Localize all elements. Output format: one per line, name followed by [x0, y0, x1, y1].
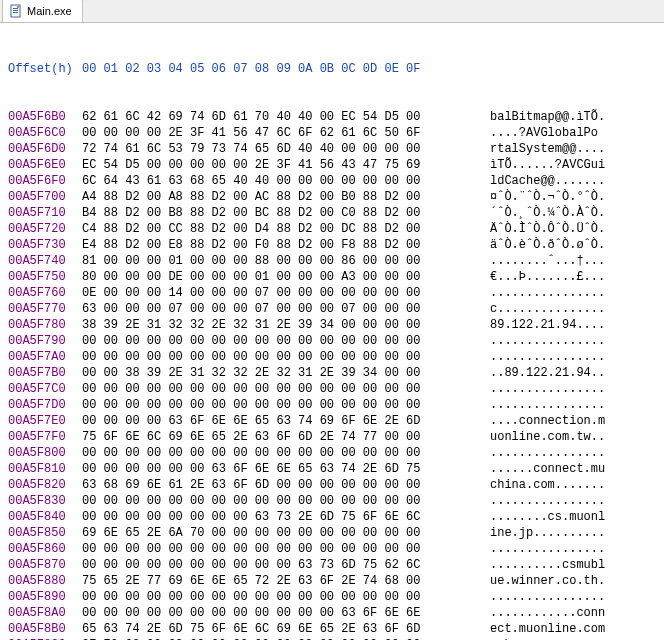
hex-row[interactable]: 00A5F7F075 6F 6E 6C 69 6E 65 2E 63 6F 6D… — [8, 429, 664, 445]
hex-row[interactable]: 00A5F6B062 61 6C 42 69 74 6D 61 70 40 40… — [8, 109, 664, 125]
offset-cell: 00A5F870 — [8, 557, 82, 573]
hex-row[interactable]: 00A5F82063 68 69 6E 61 2E 63 6F 6D 00 00… — [8, 477, 664, 493]
offset-cell: 00A5F810 — [8, 461, 82, 477]
hex-cell: 00 00 00 00 00 00 00 00 00 00 00 00 00 0… — [82, 333, 490, 349]
ascii-cell: ìTÕ......?AVCGui — [490, 157, 605, 173]
offset-cell: 00A5F720 — [8, 221, 82, 237]
hex-row[interactable]: 00A5F85069 6E 65 2E 6A 70 00 00 00 00 00… — [8, 525, 664, 541]
offset-cell: 00A5F7C0 — [8, 381, 82, 397]
hex-row[interactable]: 00A5F730E4 88 D2 00 E8 88 D2 00 F0 88 D2… — [8, 237, 664, 253]
hex-row[interactable]: 00A5F8B065 63 74 2E 6D 75 6F 6E 6C 69 6E… — [8, 621, 664, 637]
hex-cell: 75 65 2E 77 69 6E 6E 65 72 2E 63 6F 2E 7… — [82, 573, 490, 589]
offset-cell: 00A5F7E0 — [8, 413, 82, 429]
ascii-cell: ................ — [490, 541, 605, 557]
offset-cell: 00A5F6B0 — [8, 109, 82, 125]
hex-row[interactable]: 00A5F710B4 88 D2 00 B8 88 D2 00 BC 88 D2… — [8, 205, 664, 221]
hex-cell: 00 00 00 00 00 00 63 6F 6E 6E 65 63 74 2… — [82, 461, 490, 477]
hex-row[interactable]: 00A5F77063 00 00 00 07 00 00 00 07 00 00… — [8, 301, 664, 317]
ascii-cell: rtalSystem@@.... — [490, 141, 605, 157]
ascii-cell: china.com....... — [490, 477, 605, 493]
svg-rect-3 — [13, 12, 18, 13]
hex-cell: 00 00 00 00 00 00 00 00 00 00 00 00 63 6… — [82, 605, 490, 621]
hex-row[interactable]: 00A5F78038 39 2E 31 32 32 2E 32 31 2E 39… — [8, 317, 664, 333]
hex-row[interactable]: 00A5F83000 00 00 00 00 00 00 00 00 00 00… — [8, 493, 664, 509]
hex-row[interactable]: 00A5F6D072 74 61 6C 53 79 73 74 65 6D 40… — [8, 141, 664, 157]
offset-cell: 00A5F760 — [8, 285, 82, 301]
hex-cell: 75 6F 6E 6C 69 6E 65 2E 63 6F 6D 2E 74 7… — [82, 429, 490, 445]
hex-view[interactable]: Offset(h)00 01 02 03 04 05 06 07 08 09 0… — [0, 23, 664, 640]
offset-cell: 00A5F700 — [8, 189, 82, 205]
hex-row[interactable]: 00A5F7C000 00 00 00 00 00 00 00 00 00 00… — [8, 381, 664, 397]
hex-row[interactable]: 00A5F74081 00 00 00 01 00 00 00 88 00 00… — [8, 253, 664, 269]
hex-row[interactable]: 00A5F6F06C 64 43 61 63 68 65 40 40 00 00… — [8, 173, 664, 189]
hex-row[interactable]: 00A5F81000 00 00 00 00 00 63 6F 6E 6E 65… — [8, 461, 664, 477]
offset-cell: 00A5F800 — [8, 445, 82, 461]
hex-cell: 00 00 00 00 2E 3F 41 56 47 6C 6F 62 61 6… — [82, 125, 490, 141]
hex-row[interactable]: 00A5F89000 00 00 00 00 00 00 00 00 00 00… — [8, 589, 664, 605]
hex-cell: E4 88 D2 00 E8 88 D2 00 F0 88 D2 00 F8 8… — [82, 237, 490, 253]
hex-row[interactable]: 00A5F7A000 00 00 00 00 00 00 00 00 00 00… — [8, 349, 664, 365]
hex-cell: 00 00 00 00 00 00 00 00 00 00 00 00 00 0… — [82, 589, 490, 605]
offset-cell: 00A5F840 — [8, 509, 82, 525]
hex-row[interactable]: 00A5F84000 00 00 00 00 00 00 00 63 73 2E… — [8, 509, 664, 525]
ascii-cell: ................ — [490, 493, 605, 509]
ascii-cell: ......connect.mu — [490, 461, 605, 477]
hex-row[interactable]: 00A5F79000 00 00 00 00 00 00 00 00 00 00… — [8, 333, 664, 349]
ascii-cell: ................ — [490, 349, 605, 365]
hex-row[interactable]: 00A5F80000 00 00 00 00 00 00 00 00 00 00… — [8, 445, 664, 461]
offset-cell: 00A5F860 — [8, 541, 82, 557]
offset-cell: 00A5F770 — [8, 301, 82, 317]
ascii-cell: balBitmap@@.ìTÕ. — [490, 109, 605, 125]
hex-cell: 00 00 00 00 00 00 00 00 63 73 2E 6D 75 6… — [82, 509, 490, 525]
ascii-cell: ............conn — [490, 605, 605, 621]
offset-cell: 00A5F890 — [8, 589, 82, 605]
offset-cell: 00A5F790 — [8, 333, 82, 349]
ascii-cell: ¤ˆÒ.¨ˆÒ.¬ˆÒ.°ˆÒ. — [490, 189, 605, 205]
hex-cell: 00 00 00 00 63 6F 6E 6E 65 63 74 69 6F 6… — [82, 413, 490, 429]
hex-row[interactable]: 00A5F88075 65 2E 77 69 6E 6E 65 72 2E 63… — [8, 573, 664, 589]
hex-cell: 00 00 00 00 00 00 00 00 00 00 00 00 00 0… — [82, 381, 490, 397]
tab-main-exe[interactable]: Main.exe — [2, 0, 83, 22]
hex-cell: EC 54 D5 00 00 00 00 00 2E 3F 41 56 43 4… — [82, 157, 490, 173]
hex-row[interactable]: 00A5F8A000 00 00 00 00 00 00 00 00 00 00… — [8, 605, 664, 621]
hex-rows: 00A5F6B062 61 6C 42 69 74 6D 61 70 40 40… — [8, 109, 664, 640]
ascii-cell: ................ — [490, 285, 605, 301]
offset-cell: 00A5F7F0 — [8, 429, 82, 445]
ascii-cell: ....?AVGlobalPo — [490, 125, 598, 141]
offset-cell: 00A5F7D0 — [8, 397, 82, 413]
hex-row[interactable]: 00A5F6E0EC 54 D5 00 00 00 00 00 2E 3F 41… — [8, 157, 664, 173]
svg-rect-1 — [13, 8, 18, 9]
ascii-cell: ..........csmubl — [490, 557, 605, 573]
ascii-cell: ................ — [490, 333, 605, 349]
ascii-cell: ine.jp.......... — [490, 525, 605, 541]
hex-cell: 00 00 00 00 00 00 00 00 00 00 00 00 00 0… — [82, 493, 490, 509]
hex-row[interactable]: 00A5F86000 00 00 00 00 00 00 00 00 00 00… — [8, 541, 664, 557]
file-icon — [9, 4, 23, 18]
hex-cell: 63 00 00 00 07 00 00 00 07 00 00 00 07 0… — [82, 301, 490, 317]
ascii-cell: ´ˆÒ.¸ˆÒ.¼ˆÒ.ÀˆÒ. — [490, 205, 605, 221]
ascii-cell: ........ˆ...†... — [490, 253, 605, 269]
hex-row[interactable]: 00A5F700A4 88 D2 00 A8 88 D2 00 AC 88 D2… — [8, 189, 664, 205]
ascii-cell: ................ — [490, 381, 605, 397]
offset-cell: 00A5F710 — [8, 205, 82, 221]
svg-rect-2 — [13, 10, 18, 11]
hex-cell: 00 00 38 39 2E 31 32 32 2E 32 31 2E 39 3… — [82, 365, 490, 381]
hex-row[interactable]: 00A5F6C000 00 00 00 2E 3F 41 56 47 6C 6F… — [8, 125, 664, 141]
ascii-cell: ue.winner.co.th. — [490, 573, 605, 589]
hex-row[interactable]: 00A5F7E000 00 00 00 63 6F 6E 6E 65 63 74… — [8, 413, 664, 429]
ascii-cell: ÄˆÒ.ÌˆÒ.ÔˆÒ.ÜˆÒ. — [490, 221, 605, 237]
offset-cell: 00A5F880 — [8, 573, 82, 589]
offset-cell: 00A5F6E0 — [8, 157, 82, 173]
hex-row[interactable]: 00A5F87000 00 00 00 00 00 00 00 00 00 63… — [8, 557, 664, 573]
ascii-cell: ................ — [490, 589, 605, 605]
ascii-cell: ect.muonline.com — [490, 621, 605, 637]
hex-row[interactable]: 00A5F7600E 00 00 00 14 00 00 00 07 00 00… — [8, 285, 664, 301]
hex-row[interactable]: 00A5F75080 00 00 00 DE 00 00 00 01 00 00… — [8, 269, 664, 285]
hex-row[interactable]: 00A5F720C4 88 D2 00 CC 88 D2 00 D4 88 D2… — [8, 221, 664, 237]
hex-cell: 00 00 00 00 00 00 00 00 00 00 00 00 00 0… — [82, 397, 490, 413]
ascii-cell: ..89.122.21.94.. — [490, 365, 605, 381]
offset-cell: 00A5F850 — [8, 525, 82, 541]
hex-cell: 65 63 74 2E 6D 75 6F 6E 6C 69 6E 65 2E 6… — [82, 621, 490, 637]
hex-row[interactable]: 00A5F7D000 00 00 00 00 00 00 00 00 00 00… — [8, 397, 664, 413]
hex-row[interactable]: 00A5F7B000 00 38 39 2E 31 32 32 2E 32 31… — [8, 365, 664, 381]
